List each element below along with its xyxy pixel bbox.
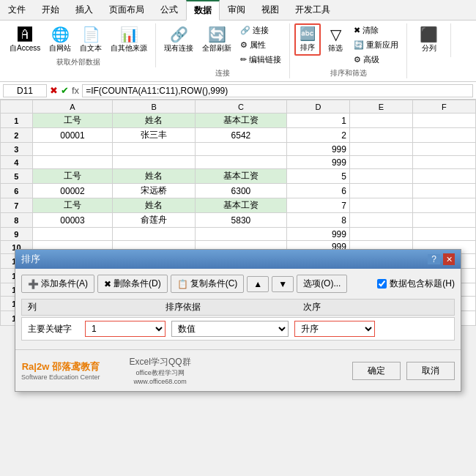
col-header-f[interactable]: F (412, 100, 475, 114)
cell-c6[interactable]: 6300 (195, 184, 286, 198)
cell-b2[interactable]: 张三丰 (113, 128, 196, 143)
row-header-7[interactable]: 7 (1, 198, 33, 213)
cell-f6[interactable] (412, 184, 475, 198)
options-btn[interactable]: 选项(O)... (297, 275, 347, 293)
col-header-b[interactable]: B (113, 100, 196, 114)
tab-layout[interactable]: 页面布局 (101, 0, 152, 20)
btn-filter[interactable]: ▽ 筛选 (322, 23, 349, 56)
btn-reapply[interactable]: 🔄 重新应用 (350, 38, 402, 52)
row-header-6[interactable]: 6 (1, 184, 33, 198)
cell-b8[interactable]: 俞莲舟 (113, 213, 196, 228)
btn-text[interactable]: 📄 自文本 (76, 23, 105, 56)
cell-b7[interactable]: 姓名 (113, 198, 196, 213)
cell-e7[interactable] (349, 198, 412, 213)
cell-a2[interactable]: 00001 (32, 128, 112, 143)
cancel-button[interactable]: 取消 (406, 362, 455, 380)
cell-d5[interactable]: 5 (286, 169, 349, 184)
row-header-9[interactable]: 9 (1, 228, 33, 241)
cell-d8[interactable]: 8 (286, 213, 349, 228)
cell-e2[interactable] (349, 128, 412, 143)
cell-a3[interactable] (32, 143, 112, 156)
tab-file[interactable]: 文件 (0, 0, 34, 20)
cell-a1[interactable]: 工号 (32, 114, 112, 128)
cell-reference[interactable] (3, 84, 47, 97)
cell-a6[interactable]: 00002 (32, 184, 112, 198)
move-down-btn[interactable]: ▼ (272, 276, 294, 292)
cell-b6[interactable]: 宋远桥 (113, 184, 196, 198)
copy-condition-btn[interactable]: 📋 复制条件(C) (171, 275, 245, 293)
cell-d9[interactable]: 999 (286, 228, 349, 241)
cell-e3[interactable] (349, 143, 412, 156)
cell-e1[interactable] (349, 114, 412, 128)
btn-clear[interactable]: ✖ 清除 (350, 23, 402, 37)
cell-f3[interactable] (412, 143, 475, 156)
btn-properties[interactable]: ⚙ 属性 (237, 38, 285, 52)
row-header-1[interactable]: 1 (1, 114, 33, 128)
btn-access[interactable]: 🅰 自Access (6, 23, 44, 56)
sort-dialog[interactable]: 排序 ? ✕ ➕ 添加条件(A) ✖ 删除条件(D) 📋 复制条件(C) (15, 249, 461, 392)
btn-refresh-all[interactable]: 🔄 全部刷新 (198, 23, 235, 56)
help-icon[interactable]: ? (428, 254, 440, 264)
cell-e9[interactable] (349, 228, 412, 241)
btn-edit-links[interactable]: ✏ 编辑链接 (237, 53, 285, 67)
dialog-close-button[interactable]: ✕ (443, 253, 455, 265)
delete-condition-btn[interactable]: ✖ 删除条件(D) (97, 275, 168, 293)
cell-d3[interactable]: 999 (286, 143, 349, 156)
order-select[interactable]: 升序 (294, 321, 375, 337)
cell-a5[interactable]: 工号 (32, 169, 112, 184)
cancel-formula-icon[interactable]: ✖ (50, 85, 58, 96)
btn-connection[interactable]: 🔗 连接 (237, 23, 285, 37)
cell-f8[interactable] (412, 213, 475, 228)
tab-start[interactable]: 开始 (34, 0, 67, 20)
btn-split[interactable]: ⬛ 分列 (416, 23, 442, 56)
cell-b3[interactable] (113, 143, 196, 156)
cell-c3[interactable] (195, 143, 286, 156)
confirm-formula-icon[interactable]: ✔ (61, 85, 69, 96)
cell-b9[interactable] (113, 228, 196, 241)
cell-a9[interactable] (32, 228, 112, 241)
btn-other[interactable]: 📊 自其他来源 (107, 23, 151, 56)
cell-f5[interactable] (412, 169, 475, 184)
cell-b5[interactable]: 姓名 (113, 169, 196, 184)
cell-a8[interactable]: 00003 (32, 213, 112, 228)
row-header-3[interactable]: 3 (1, 143, 33, 156)
main-key-select[interactable]: 1 (85, 321, 166, 337)
cell-c7[interactable]: 基本工资 (195, 198, 286, 213)
tab-data[interactable]: 数据 (186, 0, 220, 21)
tab-review[interactable]: 审阅 (220, 0, 253, 20)
cell-d2[interactable]: 2 (286, 128, 349, 143)
col-header-e[interactable]: E (349, 100, 412, 114)
cell-c5[interactable]: 基本工资 (195, 169, 286, 184)
tab-developer[interactable]: 开发工具 (287, 0, 338, 20)
insert-function-icon[interactable]: fx (72, 85, 79, 96)
tab-insert[interactable]: 插入 (67, 0, 101, 20)
row-header-8[interactable]: 8 (1, 213, 33, 228)
cell-d4[interactable]: 999 (286, 156, 349, 169)
tab-formula[interactable]: 公式 (152, 0, 186, 20)
col-header-a[interactable]: A (32, 100, 112, 114)
cell-c8[interactable]: 5830 (195, 213, 286, 228)
btn-existing[interactable]: 🔗 现有连接 (160, 23, 197, 56)
cell-f2[interactable] (412, 128, 475, 143)
cell-c9[interactable] (195, 228, 286, 241)
cell-e6[interactable] (349, 184, 412, 198)
has-header-checkbox[interactable] (377, 279, 387, 289)
btn-web[interactable]: 🌐 自网站 (45, 23, 75, 56)
btn-sort[interactable]: 🔤 排序 (294, 23, 321, 56)
btn-advanced[interactable]: ⚙ 高级 (350, 53, 402, 67)
row-header-2[interactable]: 2 (1, 128, 33, 143)
cell-d1[interactable]: 1 (286, 114, 349, 128)
row-header-5[interactable]: 5 (1, 169, 33, 184)
row-header-4[interactable]: 4 (1, 156, 33, 169)
move-up-btn[interactable]: ▲ (247, 276, 269, 292)
cell-f7[interactable] (412, 198, 475, 213)
cell-a7[interactable]: 工号 (32, 198, 112, 213)
ok-button[interactable]: 确定 (352, 362, 401, 380)
col-header-d[interactable]: D (286, 100, 349, 114)
cell-d7[interactable]: 7 (286, 198, 349, 213)
col-header-c[interactable]: C (195, 100, 286, 114)
formula-input[interactable] (82, 84, 473, 97)
cell-f1[interactable] (412, 114, 475, 128)
cell-c4[interactable] (195, 156, 286, 169)
cell-e8[interactable] (349, 213, 412, 228)
